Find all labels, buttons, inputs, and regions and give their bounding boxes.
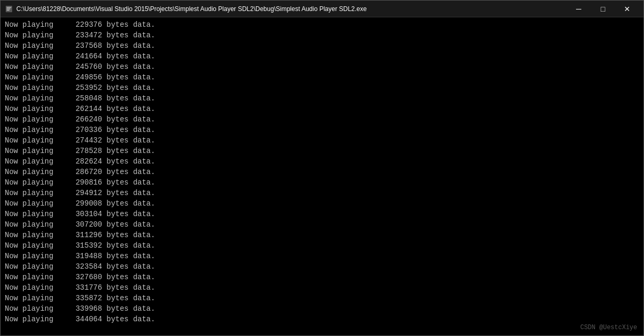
title-bar-controls: ─ □ ✕ bbox=[567, 1, 639, 17]
console-line: Now playing 241664 bytes data. bbox=[5, 51, 639, 62]
console-line: Now playing 286720 bytes data. bbox=[5, 167, 639, 177]
minimize-button[interactable]: ─ bbox=[567, 1, 591, 17]
console-line: Now playing 290816 bytes data. bbox=[5, 177, 639, 188]
console-line: Now playing 274432 bytes data. bbox=[5, 135, 639, 146]
console-line: Now playing 323584 bytes data. bbox=[5, 261, 639, 272]
svg-rect-1 bbox=[7, 7, 12, 7]
console-line: Now playing 237568 bytes data. bbox=[5, 40, 639, 51]
console-line: Now playing 307200 bytes data. bbox=[5, 219, 639, 230]
console-line: Now playing 258048 bytes data. bbox=[5, 93, 639, 104]
svg-rect-2 bbox=[7, 8, 11, 9]
console-line: Now playing 233472 bytes data. bbox=[5, 30, 639, 40]
console-line: Now playing 344064 bytes data. bbox=[5, 314, 639, 324]
app-icon bbox=[5, 5, 13, 13]
title-bar-left: C:\Users\81228\Documents\Visual Studio 2… bbox=[5, 5, 366, 13]
console-line: Now playing 311296 bytes data. bbox=[5, 230, 639, 240]
svg-rect-3 bbox=[7, 9, 9, 10]
window-title: C:\Users\81228\Documents\Visual Studio 2… bbox=[16, 5, 366, 13]
console-line: Now playing 315392 bytes data. bbox=[5, 240, 639, 251]
console-line: Now playing 245760 bytes data. bbox=[5, 62, 639, 72]
console-line: Now playing 294912 bytes data. bbox=[5, 188, 639, 198]
console-line: Now playing 262144 bytes data. bbox=[5, 104, 639, 114]
console-line: Now playing 278528 bytes data. bbox=[5, 146, 639, 156]
console-line: Now playing 319488 bytes data. bbox=[5, 251, 639, 261]
console-output: Now playing 229376 bytes data.Now playin… bbox=[1, 17, 643, 335]
close-button[interactable]: ✕ bbox=[615, 1, 639, 17]
console-line: Now playing 303104 bytes data. bbox=[5, 209, 639, 219]
watermark: CSDN @UestcXiye bbox=[580, 324, 637, 331]
console-line: Now playing 282624 bytes data. bbox=[5, 156, 639, 167]
console-line: Now playing 331776 bytes data. bbox=[5, 282, 639, 293]
console-line: Now playing 249856 bytes data. bbox=[5, 72, 639, 83]
console-line: Now playing 270336 bytes data. bbox=[5, 125, 639, 135]
console-line: Now playing 253952 bytes data. bbox=[5, 83, 639, 93]
window: C:\Users\81228\Documents\Visual Studio 2… bbox=[0, 0, 644, 336]
console-line: Now playing 299008 bytes data. bbox=[5, 198, 639, 209]
console-line: Now playing 229376 bytes data. bbox=[5, 19, 639, 30]
console-line: Now playing 266240 bytes data. bbox=[5, 114, 639, 125]
console-line: Now playing 327680 bytes data. bbox=[5, 272, 639, 282]
title-bar: C:\Users\81228\Documents\Visual Studio 2… bbox=[1, 1, 643, 17]
console-line: Now playing 335872 bytes data. bbox=[5, 293, 639, 303]
console-line: Now playing 339968 bytes data. bbox=[5, 303, 639, 314]
maximize-button[interactable]: □ bbox=[591, 1, 615, 17]
